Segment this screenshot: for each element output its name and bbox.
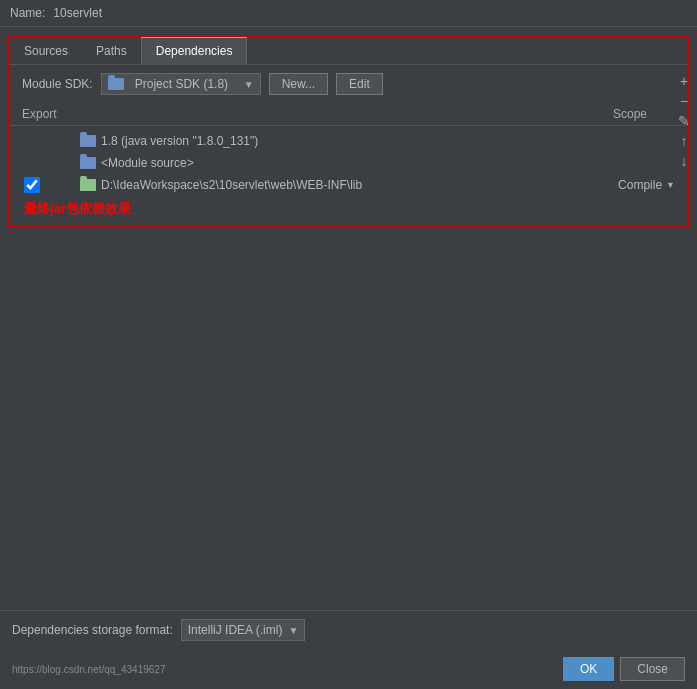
storage-format-value: IntelliJ IDEA (.iml): [188, 623, 283, 637]
annotation-text: 最终jar包依赖效果: [10, 196, 687, 222]
action-buttons: OK Close: [563, 657, 685, 681]
table-row[interactable]: D:\IdeaWorkspace\s2\10servlet\web\WEB-IN…: [10, 174, 687, 196]
storage-dropdown-arrow-icon: ▼: [288, 625, 298, 636]
dependencies-list: 1.8 (java version "1.8.0_131") <Module s…: [10, 126, 687, 226]
remove-icon[interactable]: −: [675, 92, 693, 110]
scope-value-3: Compile: [618, 178, 662, 192]
tab-sources[interactable]: Sources: [10, 37, 82, 64]
sdk-folder-icon: [108, 78, 124, 90]
export-checkbox-cell-3[interactable]: [24, 177, 80, 193]
name-label: Name:: [10, 6, 45, 20]
col-scope-header: Scope: [613, 107, 675, 121]
close-button[interactable]: Close: [620, 657, 685, 681]
storage-format-label: Dependencies storage format:: [12, 623, 173, 637]
table-row: <Module source>: [10, 152, 687, 174]
sdk-dropdown-text: Project SDK (1.8): [135, 77, 238, 91]
storage-format-dropdown[interactable]: IntelliJ IDEA (.iml) ▼: [181, 619, 306, 641]
scope-cell-3[interactable]: Compile ▼: [618, 178, 675, 192]
sdk-dropdown-arrow-icon: ▼: [244, 79, 254, 90]
table-row: 1.8 (java version "1.8.0_131"): [10, 130, 687, 152]
ok-button[interactable]: OK: [563, 657, 614, 681]
table-header: Export Scope: [10, 103, 687, 126]
watermark-text: https://blog.csdn.net/qq_43419627: [12, 664, 165, 675]
tab-bar: Sources Paths Dependencies: [10, 37, 687, 65]
sdk-folder-icon-1: [80, 135, 96, 147]
tab-dependencies[interactable]: Dependencies: [141, 37, 248, 64]
dep-text-2: <Module source>: [101, 156, 194, 170]
dep-text-1: 1.8 (java version "1.8.0_131"): [101, 134, 258, 148]
name-value: 10servlet: [53, 6, 102, 20]
module-sdk-dropdown[interactable]: Project SDK (1.8) ▼: [101, 73, 261, 95]
tab-paths[interactable]: Paths: [82, 37, 141, 64]
add-icon[interactable]: +: [675, 72, 693, 90]
scope-dropdown-arrow-icon[interactable]: ▼: [666, 180, 675, 190]
export-checkbox-3[interactable]: [24, 177, 40, 193]
edit-button[interactable]: Edit: [336, 73, 383, 95]
move-down-icon[interactable]: ↓: [675, 152, 693, 170]
move-up-icon[interactable]: ↑: [675, 132, 693, 150]
edit-icon[interactable]: ✎: [675, 112, 693, 130]
sdk-folder-icon-2: [80, 157, 96, 169]
lib-folder-icon-3: [80, 179, 96, 191]
new-button[interactable]: New...: [269, 73, 328, 95]
module-sdk-label: Module SDK:: [22, 77, 93, 91]
col-export-header: Export: [22, 107, 92, 121]
bottom-bar: Dependencies storage format: IntelliJ ID…: [0, 610, 697, 649]
dep-text-3: D:\IdeaWorkspace\s2\10servlet\web\WEB-IN…: [101, 178, 362, 192]
